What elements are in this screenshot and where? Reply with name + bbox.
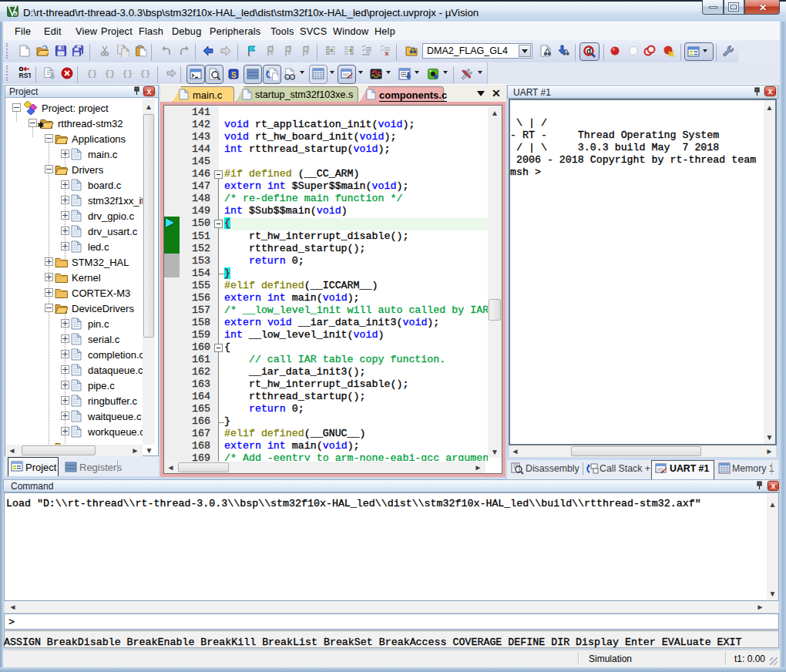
svg-text:d: d (586, 47, 591, 55)
svg-text:RST: RST (19, 72, 32, 79)
svg-text:{}: {} (140, 69, 150, 79)
svg-text:5: 5 (14, 10, 18, 17)
svg-text:{}: {} (87, 69, 97, 79)
svg-text:{}: {} (123, 69, 133, 79)
svg-text:{}: {} (105, 69, 115, 79)
svg-text:S: S (231, 71, 237, 79)
